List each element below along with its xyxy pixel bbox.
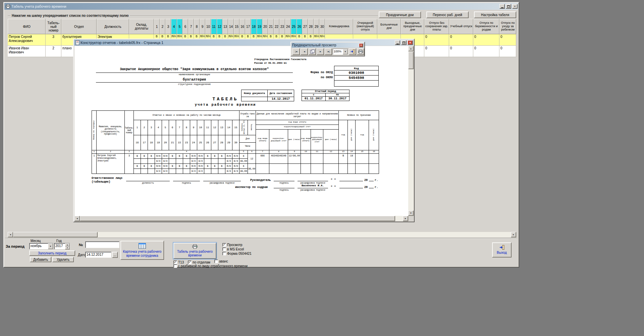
number-input[interactable] bbox=[85, 241, 119, 248]
checkbox-item[interactable]: ✓Просмотр bbox=[222, 243, 252, 247]
last-page-button[interactable]: ►| bbox=[325, 48, 332, 55]
prev-page-button[interactable]: ◄ bbox=[301, 48, 308, 55]
next-page-button[interactable]: ► bbox=[317, 48, 324, 55]
grid-header-day[interactable]: 7 bbox=[188, 19, 194, 34]
grid-header-weekend[interactable]: Выходные, праздничные дни bbox=[401, 19, 424, 34]
grid-header-salary[interactable]: Оклад, доплаты bbox=[129, 19, 154, 34]
grid-horizontal-scrollbar[interactable]: ◄ ► bbox=[8, 232, 516, 237]
checkbox-item[interactable]: с разбивкой по виду отработанного времен… bbox=[173, 264, 248, 268]
report-minimize-button[interactable] bbox=[395, 40, 400, 45]
zoom-select[interactable]: 100% ▼ bbox=[333, 49, 348, 55]
scroll-right-button[interactable]: ► bbox=[511, 232, 516, 237]
grid-header-dept[interactable]: Отдел bbox=[61, 19, 97, 34]
zoom-dropdown-button[interactable]: ▼ bbox=[343, 49, 348, 54]
checkbox-box[interactable]: ✓ bbox=[222, 243, 226, 247]
close-button[interactable]: × bbox=[512, 4, 518, 9]
grid-header-day[interactable]: 14 bbox=[228, 19, 234, 34]
scrollbar-thumb[interactable] bbox=[408, 52, 414, 69]
month-dropdown-button[interactable]: ▼ bbox=[48, 243, 53, 249]
delete-button[interactable]: Удалить bbox=[52, 257, 74, 262]
close-preview-button[interactable] bbox=[349, 48, 356, 55]
grid-header-day[interactable]: 24 bbox=[285, 19, 291, 34]
grid-header-day[interactable]: 29 bbox=[314, 19, 319, 34]
workday-transfer-button[interactable]: Перенос раб. дней bbox=[426, 11, 469, 18]
grid-header-day[interactable]: 28 bbox=[308, 19, 314, 34]
grid-header-day[interactable]: 17 bbox=[245, 19, 251, 34]
checkbox-item[interactable]: Форма 0504421 bbox=[222, 251, 252, 256]
grid-header-childcare[interactable]: Отпуск по уходу за ребенком bbox=[499, 19, 516, 34]
grid-header-unpaid[interactable]: Отпуск без сохранения зар. платы bbox=[424, 19, 449, 34]
grid-header-trip[interactable]: Командировка bbox=[325, 19, 353, 34]
print-timesheet-button[interactable]: Табель учета рабочего времени bbox=[173, 243, 216, 259]
scroll-down-button[interactable]: ▼ bbox=[408, 210, 414, 216]
print-button[interactable] bbox=[357, 48, 364, 55]
checkbox-box[interactable] bbox=[222, 247, 226, 251]
preview-close-button[interactable]: × bbox=[359, 43, 363, 47]
year-up-button[interactable]: ▲ bbox=[65, 243, 70, 246]
grid-header-day[interactable]: 25 bbox=[291, 19, 297, 34]
grid-header-day[interactable]: 12 bbox=[217, 19, 222, 34]
date-picker-button[interactable]: ... bbox=[112, 252, 118, 258]
grid-header-tabnum[interactable]: Табель-ный номер bbox=[46, 19, 61, 34]
grid-header-day[interactable]: 19 bbox=[257, 19, 262, 34]
preview-titlebar[interactable]: Предварительный просмотр × bbox=[291, 43, 364, 48]
first-page-button[interactable]: |◄ bbox=[292, 48, 300, 55]
main-titlebar[interactable]: Табель учета рабочего времени × bbox=[4, 3, 518, 10]
year-spinner[interactable]: 2017 ▲ ▼ bbox=[54, 243, 70, 249]
scrollbar-thumb[interactable] bbox=[13, 232, 98, 237]
grid-header-day[interactable]: 4 bbox=[171, 19, 177, 34]
pages-button[interactable] bbox=[309, 48, 316, 55]
scrollbar-thumb[interactable] bbox=[80, 216, 395, 221]
month-select[interactable]: ноябрь ▼ bbox=[29, 243, 53, 249]
date-input[interactable]: 14.12.2017 bbox=[85, 252, 111, 258]
grid-header-fio[interactable]: ФИО bbox=[8, 19, 46, 34]
grid-header-maternity[interactable]: Отпуск по беременности и родам bbox=[473, 19, 499, 34]
grid-header-day[interactable]: 23 bbox=[279, 19, 285, 34]
grid-header-day[interactable]: 15 bbox=[234, 19, 239, 34]
grid-header-day[interactable]: 18 bbox=[251, 19, 257, 34]
grid-header-day[interactable]: 16 bbox=[239, 19, 245, 34]
grid-header-sick[interactable]: Больничные дни bbox=[377, 19, 401, 34]
maximize-button[interactable] bbox=[506, 4, 511, 9]
grid-header-day[interactable]: 26 bbox=[297, 19, 302, 34]
report-horizontal-scrollbar[interactable]: ◄ ► bbox=[74, 216, 408, 221]
scroll-right-button[interactable]: ► bbox=[403, 216, 408, 221]
grid-header-day[interactable]: 3 bbox=[165, 19, 171, 34]
grid-header-day[interactable]: 21 bbox=[268, 19, 274, 34]
grid-header-position[interactable]: Должность bbox=[97, 19, 129, 34]
checkbox-box[interactable] bbox=[214, 259, 218, 263]
report-close-button[interactable]: × bbox=[408, 40, 413, 45]
grid-header-day[interactable]: 30 bbox=[319, 19, 325, 34]
grid-header-day[interactable]: 22 bbox=[274, 19, 279, 34]
scroll-left-button[interactable]: ◄ bbox=[74, 216, 80, 221]
grid-header-annual-leave[interactable]: Очередной (ежегодный) отпуск bbox=[353, 19, 377, 34]
year-down-button[interactable]: ▼ bbox=[65, 246, 70, 249]
report-vertical-scrollbar[interactable]: ▲ ▼ bbox=[408, 46, 414, 216]
grid-header-day[interactable]: 8 bbox=[194, 19, 200, 34]
checkbox-item[interactable]: аванс bbox=[214, 259, 228, 263]
grid-header-study[interactable]: Учебный отпуск bbox=[449, 19, 473, 34]
grid-header-day[interactable]: 20 bbox=[262, 19, 268, 34]
checkbox-box[interactable] bbox=[222, 252, 226, 255]
holidays-button[interactable]: Праздничные дни bbox=[379, 11, 421, 18]
grid-header-day[interactable]: 2 bbox=[160, 19, 165, 34]
checkbox-box[interactable] bbox=[173, 264, 177, 268]
minimize-button[interactable] bbox=[499, 4, 505, 9]
grid-header-day[interactable]: 11 bbox=[211, 19, 217, 34]
timesheet-settings-button[interactable]: Настройка табеля bbox=[474, 11, 516, 18]
grid-header-day[interactable]: 10 bbox=[205, 19, 211, 34]
grid-header-day[interactable]: 1 bbox=[154, 19, 160, 34]
grid-header-day[interactable]: 6 bbox=[182, 19, 188, 34]
employee-card-button[interactable]: Карточка учета рабочего времени сотрудни… bbox=[120, 241, 164, 260]
add-button[interactable]: Добавить bbox=[30, 257, 51, 262]
report-maximize-button[interactable] bbox=[401, 40, 407, 45]
grid-header-day[interactable]: 13 bbox=[222, 19, 228, 34]
grid-header-day[interactable]: 27 bbox=[302, 19, 308, 34]
grid-header-day[interactable]: 9 bbox=[200, 19, 205, 34]
checkbox-item[interactable]: в MS Excel bbox=[222, 247, 252, 251]
exit-button[interactable]: Выход bbox=[492, 242, 512, 257]
scroll-left-button[interactable]: ◄ bbox=[8, 232, 13, 237]
grid-header-day[interactable]: 5 bbox=[177, 19, 182, 34]
scroll-up-button[interactable]: ▲ bbox=[408, 46, 414, 51]
fill-period-button[interactable]: Заполнить период bbox=[29, 250, 75, 256]
